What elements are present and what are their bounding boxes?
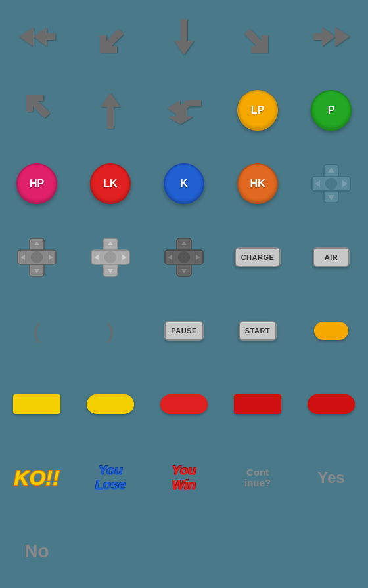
air-button[interactable]: AIR [313, 247, 350, 267]
svg-marker-0 [34, 27, 55, 47]
bracket-right-icon: ) [107, 320, 114, 341]
red-rect-bar [234, 394, 281, 414]
cell-bar-red-pill-left [147, 368, 221, 441]
charge-button[interactable]: CHARGE [235, 247, 281, 267]
cell-arrow-down[interactable] [147, 0, 221, 74]
arrow-down-icon [166, 24, 202, 50]
svg-point-19 [31, 251, 43, 263]
cell-btn-lp[interactable]: LP [221, 74, 294, 147]
yes-text[interactable]: Yes [317, 469, 344, 487]
cell-arrow-down-left[interactable] [74, 0, 147, 74]
arrow-back-left-icon [166, 97, 202, 123]
yellow-pill-bar [87, 394, 134, 414]
dpad-icon-1 [311, 163, 352, 204]
svg-marker-5 [313, 27, 335, 47]
you-win-text: YouWin [172, 463, 196, 492]
arrow-down-right-icon [240, 24, 276, 50]
bracket-left-icon: ( [34, 320, 41, 341]
you-lose-text: YouLose [95, 463, 126, 492]
svg-marker-3 [174, 19, 194, 55]
pause-button[interactable]: PAUSE [164, 321, 204, 341]
red-pill-right-bar [308, 394, 355, 414]
start-button[interactable]: START [239, 321, 277, 341]
lk-button[interactable]: LK [90, 163, 131, 204]
cell-btn-p[interactable]: P [294, 74, 368, 147]
cell-dpad-3[interactable] [74, 220, 147, 294]
cell-arrow-left[interactable] [0, 0, 74, 74]
svg-marker-8 [101, 93, 120, 129]
cell-dpad-2[interactable] [0, 220, 74, 294]
arrow-up-left-icon [19, 97, 55, 123]
arrow-up-icon [93, 97, 129, 123]
cell-pill-toggle[interactable] [294, 294, 368, 368]
cell-bar-red-pill-right [294, 368, 368, 441]
cell-bar-yellow-pill [74, 368, 147, 441]
cell-text-yes[interactable]: Yes [294, 441, 368, 514]
yellow-rect-bar [13, 394, 60, 414]
hp-button[interactable]: HP [16, 163, 57, 204]
ko-text: KO!! [14, 466, 59, 490]
no-text[interactable]: No [24, 541, 49, 562]
cell-bracket-right: ) [74, 294, 147, 368]
cell-bar-red-rect [221, 368, 294, 441]
cell-btn-k[interactable]: K [147, 147, 221, 220]
icon-grid: LP P HP LK K HK [0, 0, 368, 588]
cell-air-btn[interactable]: AIR [294, 220, 368, 294]
cell-btn-lk[interactable]: LK [74, 147, 147, 220]
cell-text-ko: KO!! [0, 441, 74, 514]
svg-marker-6 [335, 27, 350, 47]
p-button[interactable]: P [311, 90, 352, 131]
arrow-left-icon [19, 24, 55, 50]
arrow-right-icon [313, 24, 350, 50]
cell-arrow-right[interactable] [294, 0, 368, 74]
cell-dpad-1[interactable] [294, 147, 368, 220]
cell-arrow-down-right[interactable] [221, 0, 294, 74]
dpad-icon-4 [164, 237, 204, 278]
cell-bracket-left: ( [0, 294, 74, 368]
toggle-switch[interactable] [314, 322, 348, 340]
hk-button[interactable]: HK [237, 163, 278, 204]
arrow-down-left-icon [93, 24, 129, 50]
svg-point-33 [178, 251, 190, 263]
cell-dpad-4[interactable] [147, 220, 221, 294]
svg-marker-4 [244, 29, 268, 52]
lp-button[interactable]: LP [237, 90, 278, 131]
cell-pause-btn[interactable]: PAUSE [147, 294, 221, 368]
cell-start-btn[interactable]: START [221, 294, 294, 368]
svg-marker-1 [19, 27, 34, 47]
cell-arrow-back-left[interactable] [147, 74, 221, 147]
cell-btn-hk[interactable]: HK [221, 147, 294, 220]
svg-marker-2 [100, 29, 124, 52]
cell-text-you-win: YouWin [147, 441, 221, 514]
dpad-icon-2 [16, 237, 57, 278]
continue-text: Continue? [244, 467, 271, 489]
cell-arrow-up-left[interactable] [0, 74, 74, 147]
k-button[interactable]: K [164, 163, 204, 204]
cell-btn-hp[interactable]: HP [0, 147, 74, 220]
cell-text-you-lose: YouLose [74, 441, 147, 514]
cell-arrow-up[interactable] [74, 74, 147, 147]
cell-text-no[interactable]: No [0, 514, 74, 588]
cell-charge-btn[interactable]: CHARGE [221, 220, 294, 294]
svg-marker-7 [26, 94, 50, 118]
cell-bar-yellow-rect [0, 368, 74, 441]
svg-point-12 [325, 178, 337, 190]
cell-text-continue: Continue? [221, 441, 294, 514]
red-pill-left-bar [160, 394, 208, 414]
svg-point-26 [104, 251, 116, 263]
dpad-icon-3 [90, 237, 131, 278]
